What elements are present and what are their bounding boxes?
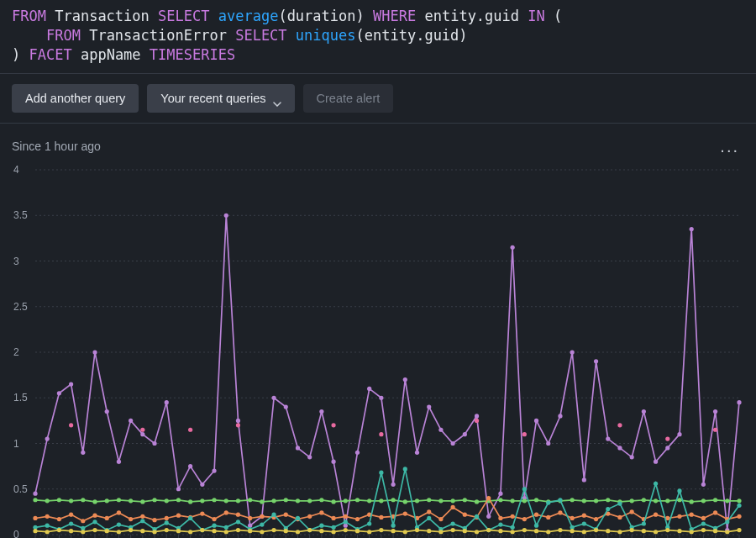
- svg-point-385: [701, 528, 706, 532]
- svg-point-280: [165, 520, 169, 525]
- svg-point-107: [379, 395, 383, 399]
- svg-point-121: [546, 441, 550, 446]
- svg-point-371: [534, 529, 538, 533]
- svg-point-89: [165, 400, 169, 404]
- svg-point-359: [391, 529, 396, 533]
- svg-point-98: [271, 395, 276, 399]
- svg-point-148: [713, 427, 717, 431]
- query-line-1: FROM Transaction SELECT average(duration…: [12, 8, 562, 24]
- svg-point-372: [546, 530, 550, 534]
- query-editor[interactable]: FROM Transaction SELECT average(duration…: [0, 0, 756, 74]
- svg-point-155: [105, 498, 109, 503]
- svg-point-164: [212, 498, 216, 502]
- svg-point-300: [403, 467, 407, 471]
- svg-point-233: [319, 510, 323, 514]
- svg-point-78: [33, 491, 37, 495]
- svg-point-230: [284, 512, 288, 516]
- svg-point-132: [677, 432, 681, 436]
- chart-y-axis-labels: 00.511.522.533.54: [13, 164, 28, 538]
- svg-point-252: [546, 515, 550, 520]
- svg-point-228: [260, 514, 264, 519]
- chart-grid: [35, 170, 739, 538]
- svg-point-196: [594, 498, 598, 503]
- svg-point-261: [654, 512, 658, 516]
- chart-panel: Since 1 hour ago ... 00.511.522.533.54: [0, 124, 756, 538]
- svg-point-129: [642, 409, 646, 414]
- svg-point-142: [331, 423, 335, 427]
- svg-point-320: [642, 521, 646, 525]
- chart-more-button[interactable]: ...: [715, 137, 744, 156]
- svg-point-178: [379, 498, 383, 503]
- svg-point-163: [200, 498, 204, 503]
- svg-point-321: [654, 481, 658, 485]
- svg-point-99: [284, 404, 288, 409]
- svg-point-168: [260, 499, 264, 504]
- svg-point-363: [438, 530, 443, 534]
- svg-point-210: [45, 514, 50, 519]
- svg-point-105: [355, 451, 360, 455]
- svg-text:0: 0: [13, 529, 19, 538]
- query-line-3: ) FACET appName TIMESERIES: [12, 46, 235, 63]
- svg-point-288: [260, 522, 264, 526]
- svg-point-186: [475, 499, 479, 504]
- svg-point-299: [391, 523, 396, 527]
- svg-point-212: [69, 512, 73, 516]
- svg-point-181: [415, 498, 419, 503]
- svg-point-223: [200, 511, 204, 515]
- svg-point-109: [403, 377, 407, 382]
- svg-point-383: [677, 529, 681, 533]
- svg-point-95: [236, 419, 240, 423]
- add-another-query-button[interactable]: Add another query: [12, 84, 139, 113]
- svg-point-330: [45, 530, 50, 534]
- svg-point-345: [224, 530, 228, 534]
- svg-point-276: [117, 522, 121, 526]
- svg-point-309: [511, 525, 515, 530]
- svg-point-311: [534, 523, 538, 527]
- svg-point-82: [81, 451, 85, 455]
- chevron-down-icon: [273, 96, 281, 101]
- svg-point-247: [486, 496, 491, 500]
- svg-point-214: [92, 513, 97, 517]
- svg-point-240: [403, 511, 407, 515]
- svg-point-251: [534, 512, 538, 516]
- svg-point-291: [296, 516, 300, 520]
- svg-point-313: [558, 498, 562, 502]
- svg-point-370: [522, 528, 527, 532]
- svg-point-147: [665, 436, 669, 440]
- chart-header: Since 1 hour ago ...: [12, 137, 744, 156]
- svg-point-184: [451, 498, 455, 503]
- svg-point-133: [690, 227, 694, 231]
- svg-point-162: [188, 499, 192, 504]
- svg-point-374: [570, 529, 575, 533]
- svg-point-137: [737, 400, 741, 404]
- svg-point-220: [165, 516, 169, 520]
- svg-point-232: [307, 514, 312, 519]
- svg-point-258: [617, 515, 622, 520]
- svg-point-157: [129, 498, 133, 503]
- svg-point-138: [69, 423, 73, 427]
- svg-point-100: [296, 446, 300, 450]
- recent-queries-button[interactable]: Your recent queries: [147, 84, 294, 113]
- svg-point-150: [45, 498, 50, 503]
- svg-point-160: [165, 498, 169, 503]
- svg-point-244: [451, 505, 455, 509]
- svg-point-143: [379, 432, 383, 436]
- svg-point-79: [45, 436, 50, 440]
- svg-point-145: [522, 432, 527, 436]
- svg-point-378: [617, 530, 622, 534]
- svg-point-270: [45, 523, 50, 527]
- svg-point-266: [713, 510, 717, 514]
- svg-point-295: [344, 520, 348, 524]
- create-alert-button[interactable]: Create alert: [303, 84, 394, 113]
- svg-point-169: [271, 498, 276, 503]
- svg-point-332: [69, 529, 73, 533]
- svg-point-249: [511, 514, 515, 519]
- svg-text:4: 4: [13, 164, 19, 176]
- svg-point-126: [606, 436, 610, 440]
- svg-point-94: [224, 213, 228, 217]
- svg-point-361: [415, 528, 419, 532]
- timeseries-chart[interactable]: 00.511.522.533.54: [12, 158, 744, 538]
- svg-point-331: [57, 528, 61, 532]
- svg-point-342: [188, 530, 192, 534]
- svg-point-226: [236, 512, 240, 516]
